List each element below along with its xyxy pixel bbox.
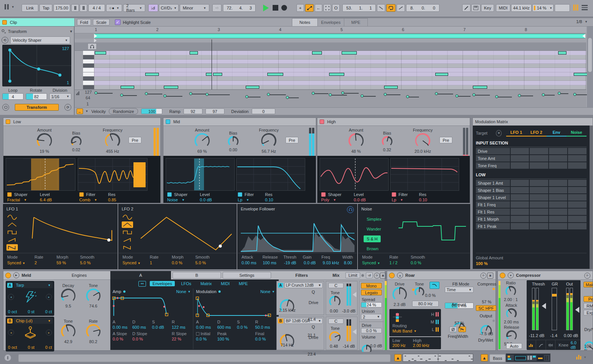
high-amount-knob[interactable] [348,133,364,148]
velocity-marker[interactable] [362,96,376,97]
noise-type-brown[interactable]: Brown [364,245,381,252]
piano-key[interactable] [83,85,94,90]
matrix-cell[interactable] [530,187,548,193]
lane-options-icon[interactable] [76,91,79,95]
velocity-shaper-graph[interactable]: 127 1 [2,45,71,86]
matrix-cell[interactable] [568,201,587,208]
loop-start-marker[interactable] [94,34,97,38]
crossover-high-field[interactable]: 2.00 kHz [413,343,429,348]
loop-end-marker[interactable] [582,34,585,38]
meld-hotswap-icon[interactable]: ⟳ [374,273,380,279]
mod-release-field[interactable]: 50.0 ms [255,325,270,329]
matrix-cell[interactable] [549,187,568,193]
engine-a-st[interactable]: 0 st [28,309,35,314]
attack-knob[interactable] [506,308,517,319]
lane-menu-icon[interactable]: ▼ [85,110,88,113]
clip-start-marker[interactable] [94,39,97,42]
amp-release-field[interactable]: 122 ms [172,325,185,329]
randomize-button[interactable]: Randomize [109,108,138,115]
auto-release-button[interactable]: Auto [506,343,522,349]
compressor-fold-icon[interactable]: ▼ [508,272,514,278]
matrix-cell[interactable] [511,209,529,215]
new-midi-track-icon[interactable]: + [296,4,304,12]
velocity-dot[interactable] [94,91,97,94]
grid-row[interactable] [94,85,586,90]
cpu-meter[interactable]: 14 %▼ [532,4,554,12]
matrix-source-lfo2[interactable]: LFO 2 [526,130,546,136]
filter-a-type-menu[interactable]: LP Crunch 12dB▼ [284,282,323,288]
noise-type-simplex[interactable]: Simplex [364,216,384,223]
initial-checkbox[interactable] [196,332,199,336]
matrix-cell[interactable] [568,148,587,154]
matrix-cell[interactable] [549,209,568,215]
lfo1-smooth-field[interactable]: 5.0 % [80,260,91,265]
matrix-row-label[interactable]: Flt 1 Res [476,209,510,215]
grid-row[interactable] [94,72,586,77]
velocity-dot[interactable] [312,92,315,95]
punch-in-icon[interactable] [377,4,385,12]
meld-fold-icon[interactable]: ▶ [13,272,19,278]
fb-time-field[interactable]: 25.1 ms [445,303,474,309]
routing-menu[interactable]: Multi Band▼ [392,329,417,333]
velocity-marker[interactable] [313,93,328,94]
velocity-marker[interactable] [343,93,359,94]
tap-tempo-button[interactable]: Tap [39,4,52,12]
track-name-badge[interactable]: Bass [489,354,505,362]
velocity-marker[interactable] [436,94,453,94]
clip-header[interactable]: Clip [0,18,74,27]
matrix-cell[interactable] [568,216,587,222]
lfo1-rate-field[interactable]: 2 [35,260,56,265]
noise-type-wander[interactable]: Wander [364,226,384,232]
piano-key[interactable] [83,64,94,68]
amp-decay-field[interactable]: 600 ms [132,325,152,329]
mix-b-tone-knob[interactable] [329,331,340,343]
meld-save-icon[interactable]: ▣ [380,273,386,279]
matrix-source-noise[interactable]: Noise [566,130,587,136]
engine-b-ct[interactable]: 0 ct [45,345,52,350]
mid-frequency-knob[interactable] [261,133,276,148]
engine-a-decay-knob[interactable] [61,289,75,303]
matrix-cell[interactable] [530,194,548,201]
matrix-cell[interactable] [530,148,548,154]
compressor-hotswap-icon[interactable]: ⟳ [584,273,590,279]
sine-wave-icon[interactable] [6,214,18,220]
matrix-cell[interactable] [530,162,548,169]
spread-field[interactable]: 24 % [361,302,382,308]
scale-menu[interactable]: Minor▼ [180,4,209,12]
high-filter-toggle[interactable] [392,192,396,197]
matrix-cell[interactable] [511,155,529,162]
low-shaper-toggle[interactable] [7,192,12,197]
thresh-value[interactable]: -11.2 dB [529,333,544,338]
groove-amount-button[interactable]: ○●▼ [106,4,122,12]
compressor-activator[interactable] [500,273,505,278]
velocity-dot[interactable] [329,93,332,96]
re-enable-automation-icon[interactable]: ← [315,4,322,12]
computer-midi-keyboard-icon[interactable] [471,4,480,12]
makeup-button[interactable]: Makeup [584,282,593,287]
mod-attack-field[interactable]: 0.00 ms [196,325,217,329]
collapsed-view-icon[interactable] [527,340,536,350]
mix-a-level-slider[interactable] [353,292,356,297]
filter-b-type-menu[interactable]: BP 12dB OSR▼ [284,318,323,324]
matrix-cell[interactable] [530,209,548,215]
beat-time-ruler[interactable]: 12345678 [75,27,586,33]
clip-color-swatch[interactable] [2,20,7,25]
mono-button[interactable]: Mono [361,283,382,289]
tab-notes[interactable]: Notes [292,18,318,27]
pencil-icon[interactable] [462,4,471,12]
high-pre-button[interactable]: Pre [439,137,452,143]
velocity-dot[interactable] [189,92,192,95]
meld-activator[interactable] [5,273,11,278]
roar-activator[interactable] [389,273,395,278]
sc-hpf-button[interactable]: SC HPF [476,305,496,311]
subtab-midi[interactable]: MIDI [218,281,232,286]
info-icon[interactable] [5,355,11,361]
root-note-menu[interactable]: C#/D♭▼ [159,4,179,12]
piano-key[interactable] [83,55,94,60]
matrix-row-label[interactable]: Tone Amt [476,155,510,162]
scrollbar-thumb[interactable] [588,38,592,72]
velocity-dot[interactable] [558,92,561,95]
low-band-activator[interactable] [6,119,10,124]
ramp-up-wave-icon[interactable] [6,237,18,243]
matrix-cell[interactable] [568,209,587,215]
